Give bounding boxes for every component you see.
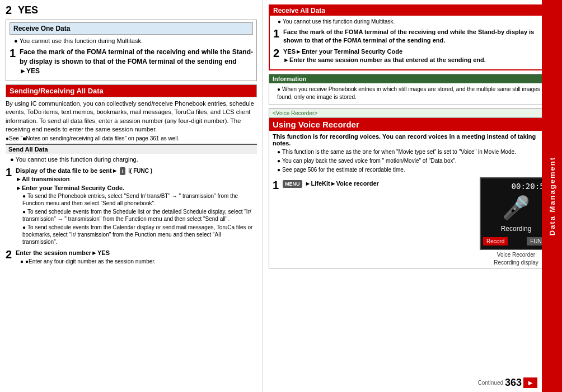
section-number-2: 2 — [6, 4, 16, 16]
receive-all-step2-content: YES►Enter your Terminal Security Code ►E… — [283, 48, 552, 65]
right-column: Receive All Data You cannot use this fun… — [263, 0, 562, 392]
send-all-step2-num: 2 — [6, 249, 16, 260]
send-all-step2-content: Enter the session number►YES ●Enter any … — [16, 249, 257, 266]
page-number: 363 — [505, 377, 522, 389]
left-column: 2 YES Receive One Data You cannot use th… — [0, 0, 263, 392]
send-all-step1-title: Display of the data file to be sent► i i… — [16, 167, 257, 176]
mic-icon: 🎤 — [502, 195, 530, 221]
receive-all-data-header: Receive All Data — [270, 6, 555, 16]
voice-recorder-step-area: 1 MENU ►LifeKit►Voice recorder 00:20:50 … — [273, 177, 552, 266]
voice-recorder-step1-content: MENU ►LifeKit►Voice recorder — [283, 180, 475, 188]
record-button[interactable]: Record — [483, 237, 508, 245]
voice-recorder-tag: <Voice Recorder> — [269, 109, 556, 118]
voice-recorder-bullet2: You can play back the saved voice from "… — [277, 157, 552, 165]
sidebar-label-container: Data Management — [542, 0, 562, 392]
voice-recorder-section: <Voice Recorder> Using Voice Recorder Th… — [269, 108, 556, 268]
send-all-sub3: To send schedule events from the Calenda… — [22, 224, 257, 245]
receive-one-step1-num: 1 — [10, 48, 20, 59]
receive-one-data-box: Receive One Data You cannot use this fun… — [6, 20, 257, 81]
receive-one-step1-suffix: ►YES — [20, 67, 40, 75]
send-all-sub2: To send schedule events from the Schedul… — [22, 208, 257, 223]
send-all-sub1: To send the Phonebook entries, select "S… — [22, 192, 257, 207]
receive-all-step1-content: Face the mark of the FOMA terminal of th… — [283, 28, 552, 45]
receive-all-bullet1: You cannot use this function during Mult… — [278, 18, 552, 26]
sending-receiving-note: ●See "■Notes on sending/receiving all da… — [6, 135, 257, 141]
voice-recorder-step1-num: 1 — [273, 180, 283, 191]
voice-recorder-step1-text: ►LifeKit►Voice recorder — [305, 180, 379, 187]
voice-recorder-bullet3: See page 506 for the estimate of recorda… — [277, 166, 552, 174]
continued-label: Continued — [477, 380, 503, 386]
menu-icon: MENU — [283, 180, 302, 188]
sending-receiving-header: Sending/Receiving All Data — [6, 84, 257, 97]
information-header: Information — [269, 74, 556, 83]
information-bullet1: When you receive Phonebook entries in wh… — [277, 86, 552, 101]
receive-one-data-bullet1: You cannot use this function during Mult… — [14, 37, 253, 45]
send-all-data-bullet1: You cannot use this function during char… — [10, 155, 257, 164]
send-all-step2-note: ●Enter any four-digit number as the sess… — [20, 258, 257, 266]
func-icon: i — [120, 167, 126, 176]
voice-recorder-desc: This function is for recording voices. Y… — [273, 133, 552, 147]
send-all-step1-content: Display of the data file to be sent► i i… — [16, 167, 257, 247]
receive-all-step2-num: 2 — [273, 48, 283, 59]
voice-recorder-bullet1: This function is the same as the one for… — [277, 148, 552, 156]
receive-all-step2-line1: YES►Enter your Terminal Security Code — [283, 48, 552, 56]
sending-receiving-desc: By using iC communication, you can colle… — [6, 100, 257, 134]
recording-label: Recording — [501, 225, 532, 233]
information-box: Information When you receive Phonebook e… — [269, 74, 556, 105]
recording-caption-line1: Voice Recorder — [497, 252, 535, 258]
send-all-step1-line2: ►All transmission — [16, 175, 257, 183]
section-label-yes: YES — [18, 4, 38, 16]
receive-all-data-section: Receive All Data You cannot use this fun… — [269, 4, 556, 70]
recording-buttons: Record FUNC — [483, 237, 549, 245]
send-all-step1-num: 1 — [6, 167, 16, 178]
send-all-step1-line3: ►Enter your Terminal Security Code. — [16, 184, 257, 192]
send-all-step2-title: Enter the session number►YES — [16, 249, 257, 257]
page-arrow: ► — [523, 377, 537, 388]
sidebar-label: Data Management — [548, 157, 556, 235]
receive-one-data-header: Receive One Data — [10, 22, 253, 35]
voice-recorder-title: Using Voice Recorder — [269, 118, 556, 131]
receive-all-step2-line2: ►Enter the same session number as that e… — [283, 56, 552, 64]
receive-one-step1-title: Face the mark of the FOMA terminal of th… — [20, 48, 253, 65]
recording-caption-line2: Recording display — [494, 259, 538, 266]
receive-all-step1-num: 1 — [273, 28, 283, 39]
send-all-data-header: Send All Data — [6, 144, 257, 154]
receive-one-step1-content: Face the mark of the FOMA terminal of th… — [20, 48, 253, 75]
page-number-area: Continued 363 ► — [477, 377, 537, 389]
